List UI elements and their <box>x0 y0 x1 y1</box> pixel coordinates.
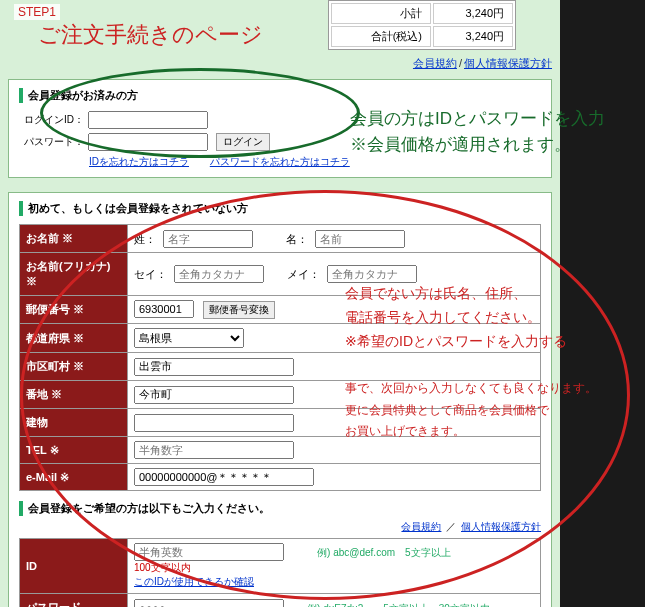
tel-input[interactable] <box>134 441 294 459</box>
furigana-th: お名前(フリガナ) ※ <box>20 253 128 296</box>
pw-input[interactable] <box>134 599 284 608</box>
login-pw-label: パスワード： <box>19 135 84 149</box>
overlay-red-text-b: 事で、次回から入力しなくても良くなります。更に会員特典として商品を会員価格でお買… <box>345 378 597 443</box>
city-th: 市区町村 ※ <box>20 353 128 381</box>
register-form-table: お名前 ※ 姓： 名： お名前(フリガナ) ※ セイ： メイ： 郵便番号 <box>19 224 541 491</box>
overlay-red-text-a: 会員でない方は氏名、住所、電話番号を入力してください。※希望のIDとパスワードを… <box>345 282 567 353</box>
top-links: 会員規約/個人情報保護方針 <box>8 56 552 71</box>
mei-input[interactable] <box>327 265 417 283</box>
addr-input[interactable] <box>134 386 294 404</box>
login-id-label: ログインID： <box>19 113 84 127</box>
pw-th: パスワード <box>20 594 128 608</box>
totals-table: 小計3,240円 合計(税込)3,240円 <box>328 0 516 50</box>
zip-th: 郵便番号 ※ <box>20 296 128 324</box>
id-check-link[interactable]: このIDが使用できるか確認 <box>134 576 254 587</box>
id-th: ID <box>20 539 128 594</box>
pref-th: 都道府県 ※ <box>20 324 128 353</box>
email-th: e-Mail ※ <box>20 464 128 491</box>
city-input[interactable] <box>134 358 294 376</box>
terms-link[interactable]: 会員規約 <box>413 57 457 69</box>
overlay-green-text: 会員の方はIDとパスワードを入力※会員価格が適用されます。 <box>350 106 605 157</box>
overlay-step-label: STEP1 <box>14 4 60 20</box>
tel-th: TEL ※ <box>20 437 128 464</box>
zip-convert-button[interactable]: 郵便番号変換 <box>203 301 275 319</box>
privacy-link[interactable]: 個人情報保護方針 <box>464 57 552 69</box>
login-pw-input[interactable] <box>88 133 208 151</box>
reg-terms-link[interactable]: 会員規約 <box>401 521 441 532</box>
login-id-input[interactable] <box>88 111 208 129</box>
reg-privacy-link[interactable]: 個人情報保護方針 <box>461 521 541 532</box>
zip-input[interactable] <box>134 300 194 318</box>
register-note: 会員登録をご希望の方は以下もご入力ください。 <box>19 501 541 516</box>
forgot-id-link[interactable]: IDを忘れた方はコチラ <box>89 156 189 167</box>
register-id-table: ID 例) abc@def.com 5文字以上 100文字以内 このIDが使用で… <box>19 538 541 607</box>
addr-th: 番地 ※ <box>20 381 128 409</box>
forgot-pw-link[interactable]: パスワードを忘れた方はコチラ <box>210 156 350 167</box>
overlay-page-title: ご注文手続きのページ <box>38 20 263 50</box>
name-th: お名前 ※ <box>20 225 128 253</box>
sei-input[interactable] <box>174 265 264 283</box>
bldg-th: 建物 <box>20 409 128 437</box>
pref-select[interactable]: 島根県 <box>134 328 244 348</box>
register-box-title: 初めて、もしくは会員登録をされていない方 <box>19 201 541 216</box>
surname-input[interactable] <box>163 230 253 248</box>
given-input[interactable] <box>315 230 405 248</box>
login-box-title: 会員登録がお済みの方 <box>19 88 541 103</box>
id-input[interactable] <box>134 543 284 561</box>
bldg-input[interactable] <box>134 414 294 432</box>
email-input[interactable] <box>134 468 314 486</box>
login-button[interactable]: ログイン <box>216 133 270 151</box>
